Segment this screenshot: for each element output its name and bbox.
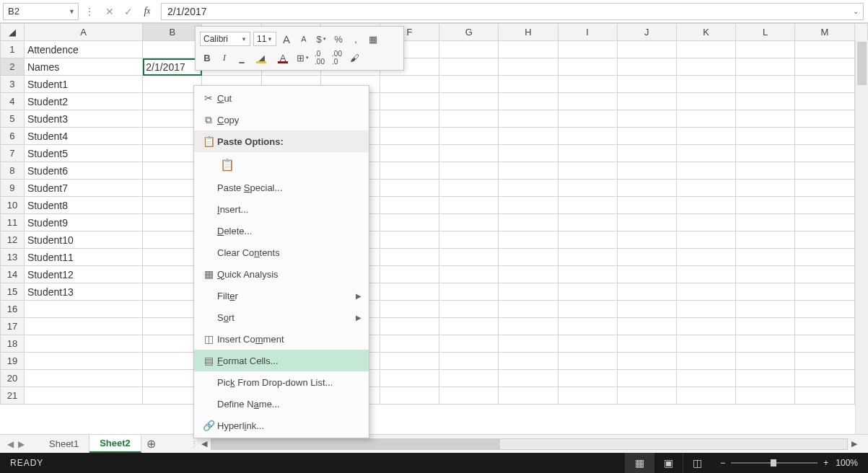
row-header[interactable]: 6: [1, 128, 25, 145]
horizontal-scrollbar[interactable]: ⋮ ◀ ▶: [190, 438, 861, 450]
page-break-view-icon[interactable]: ◫: [683, 453, 711, 473]
cell[interactable]: [676, 266, 735, 283]
cell[interactable]: [617, 283, 676, 301]
cell[interactable]: [439, 197, 499, 214]
cell[interactable]: [558, 301, 617, 318]
cell[interactable]: [736, 214, 795, 231]
cell[interactable]: [736, 58, 795, 76]
cell[interactable]: [617, 266, 676, 283]
cell[interactable]: [676, 145, 735, 162]
cell[interactable]: [676, 249, 735, 266]
cell[interactable]: [676, 231, 735, 249]
menu-insert-comment[interactable]: ◫Insert Comment: [194, 328, 369, 350]
cell[interactable]: [736, 231, 795, 249]
cell[interactable]: [736, 318, 795, 335]
row-header[interactable]: 3: [1, 76, 25, 93]
cell[interactable]: [558, 335, 617, 353]
cell[interactable]: [736, 110, 795, 128]
cell[interactable]: [439, 266, 499, 283]
cell[interactable]: [439, 128, 499, 145]
cell[interactable]: [558, 353, 617, 370]
cell[interactable]: [676, 128, 735, 145]
cell[interactable]: [380, 318, 439, 335]
format-painter-icon[interactable]: ▦: [366, 32, 380, 46]
cell[interactable]: [558, 180, 617, 197]
zoom-percent[interactable]: 100%: [836, 458, 858, 468]
cell[interactable]: [24, 353, 142, 370]
italic-button[interactable]: I: [217, 50, 232, 65]
cell[interactable]: [24, 301, 142, 318]
cell[interactable]: [736, 283, 795, 301]
row-header[interactable]: 21: [1, 387, 25, 405]
cell[interactable]: [795, 283, 854, 301]
cell[interactable]: Names: [24, 58, 142, 76]
cell[interactable]: [617, 58, 676, 76]
cell[interactable]: [499, 370, 558, 387]
cell[interactable]: [439, 301, 499, 318]
cell[interactable]: [676, 318, 735, 335]
cell[interactable]: [380, 197, 439, 214]
cell[interactable]: [617, 41, 676, 58]
cell[interactable]: [736, 197, 795, 214]
select-all-corner[interactable]: ◢: [1, 24, 25, 41]
row-header[interactable]: 20: [1, 370, 25, 387]
cell[interactable]: Student2: [24, 93, 142, 110]
cell[interactable]: [558, 128, 617, 145]
cell[interactable]: [617, 353, 676, 370]
cell[interactable]: [736, 162, 795, 180]
name-box[interactable]: B2 ▼: [3, 3, 79, 20]
cell[interactable]: [676, 335, 735, 353]
cell[interactable]: [499, 76, 558, 93]
cell[interactable]: [499, 231, 558, 249]
cell[interactable]: [380, 180, 439, 197]
cell[interactable]: [143, 41, 202, 58]
cell[interactable]: [676, 301, 735, 318]
row-header[interactable]: 4: [1, 93, 25, 110]
cell[interactable]: [736, 301, 795, 318]
cell[interactable]: Student1: [24, 76, 142, 93]
cell[interactable]: Student3: [24, 110, 142, 128]
cell[interactable]: [795, 353, 854, 370]
cell[interactable]: Student11: [24, 249, 142, 266]
currency-icon[interactable]: $▾: [314, 32, 328, 46]
cell[interactable]: [736, 370, 795, 387]
cell[interactable]: [499, 93, 558, 110]
cell[interactable]: [380, 231, 439, 249]
cell[interactable]: [499, 110, 558, 128]
cell[interactable]: [736, 266, 795, 283]
row-header[interactable]: 1: [1, 41, 25, 58]
cell[interactable]: [439, 162, 499, 180]
cell[interactable]: [617, 249, 676, 266]
cell[interactable]: [736, 41, 795, 58]
font-select[interactable]: Calibri▼: [200, 32, 250, 46]
cell[interactable]: [439, 180, 499, 197]
cell[interactable]: [795, 249, 854, 266]
zoom-out-icon[interactable]: −: [720, 458, 725, 468]
cell[interactable]: [380, 283, 439, 301]
cell[interactable]: [795, 180, 854, 197]
cell[interactable]: [676, 180, 735, 197]
cell[interactable]: [676, 110, 735, 128]
cell[interactable]: [795, 231, 854, 249]
cell[interactable]: [499, 197, 558, 214]
normal-view-icon[interactable]: ▦: [625, 453, 654, 473]
cell[interactable]: [795, 110, 854, 128]
col-header[interactable]: G: [439, 24, 499, 41]
cell[interactable]: [499, 318, 558, 335]
cell[interactable]: [499, 353, 558, 370]
col-header[interactable]: A: [24, 24, 142, 41]
cell[interactable]: [24, 370, 142, 387]
cell[interactable]: [617, 197, 676, 214]
row-header[interactable]: 11: [1, 214, 25, 231]
cancel-formula-icon[interactable]: ✕: [100, 2, 119, 21]
row-header[interactable]: 13: [1, 249, 25, 266]
menu-filter[interactable]: Filter▶: [194, 285, 369, 306]
accept-formula-icon[interactable]: ✓: [119, 2, 138, 21]
cell[interactable]: [617, 128, 676, 145]
cell[interactable]: [439, 214, 499, 231]
cell[interactable]: [499, 180, 558, 197]
cell[interactable]: [795, 197, 854, 214]
cell[interactable]: [617, 214, 676, 231]
cell[interactable]: [439, 110, 499, 128]
cell[interactable]: [617, 110, 676, 128]
